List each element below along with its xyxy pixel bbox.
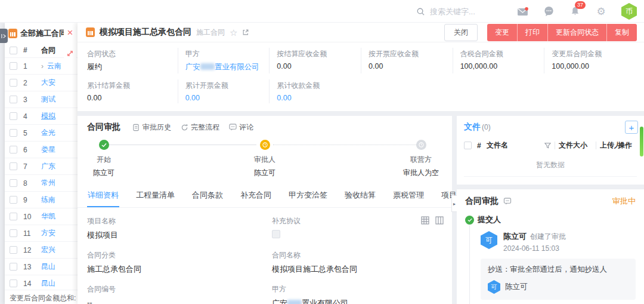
notifications-bell-icon[interactable]: 37 [569, 5, 581, 17]
list-item[interactable]: 7广东 [5, 158, 78, 175]
contract-link-active[interactable]: 模拟 [41, 111, 55, 121]
row-checkbox[interactable] [10, 179, 17, 187]
party-a-link[interactable]: 广安置业有限公司 [185, 62, 266, 72]
close-icon[interactable]: × [67, 27, 73, 38]
settings-gear-icon[interactable]: ⚙ [595, 5, 607, 17]
row-checkbox[interactable] [10, 96, 17, 103]
chevron-right-icon[interactable]: › [41, 62, 47, 70]
total-invoiced-link[interactable]: 0.00 [185, 94, 266, 102]
row-checkbox[interactable] [10, 129, 17, 137]
global-search[interactable] [416, 0, 507, 23]
expand-icon[interactable] [66, 50, 74, 57]
row-checkbox[interactable] [10, 263, 17, 271]
tab-supplement-contract[interactable]: 补充合同 [240, 185, 272, 207]
search-input[interactable] [430, 7, 507, 16]
comment-icon[interactable] [503, 198, 512, 205]
field-contract-category: 合同分类施工总承包合同 [87, 250, 272, 275]
field-party-a: 甲方广安置业有限公司 [178, 48, 270, 73]
row-checkbox[interactable] [10, 112, 17, 120]
list-item[interactable]: 11方安 [5, 225, 78, 242]
sidebar-collapse-handle[interactable] [0, 29, 8, 43]
approval-history-link[interactable]: 审批历史 [132, 122, 171, 133]
contract-link[interactable]: 常州 [41, 178, 55, 188]
row-checkbox[interactable] [10, 229, 17, 237]
contract-link[interactable]: 金光 [41, 128, 55, 138]
panel-collapse-handle[interactable]: ▸ [451, 195, 457, 212]
row-checkbox[interactable] [10, 196, 17, 204]
list-item[interactable]: 3测试 [5, 91, 78, 108]
contract-link[interactable]: 娄星 [41, 145, 55, 155]
list-item[interactable]: 5金光 [5, 125, 78, 142]
filter-funnel-icon[interactable] [544, 142, 551, 149]
list-item[interactable]: 6娄星 [5, 142, 78, 158]
close-button[interactable]: 关闭 [444, 24, 478, 41]
tab-boq[interactable]: 工程量清单 [135, 185, 175, 207]
scrollbar-thumb[interactable] [640, 127, 643, 156]
grid-view-icon[interactable] [421, 216, 429, 225]
contract-link[interactable]: 昆山 [41, 262, 55, 272]
panel-tools: × [64, 25, 76, 60]
row-checkbox[interactable] [10, 146, 17, 153]
contract-link[interactable]: 云南 [47, 61, 61, 71]
contract-link[interactable]: 练南 [41, 195, 55, 205]
tab-acceptance-settlement[interactable]: 验收结算 [344, 185, 376, 207]
change-button[interactable]: 变更 [487, 24, 518, 41]
row-checkbox[interactable] [10, 162, 17, 170]
copy-button[interactable]: 复制 [607, 24, 637, 41]
detail-form: 项目名称模拟项目 补充协议 合同分类施工总承包合同 合同名称模拟项目施工总承包合… [78, 208, 452, 304]
print-button[interactable]: 打印 [518, 24, 548, 41]
external-link-icon[interactable] [242, 29, 249, 36]
supplement-checkbox[interactable] [272, 230, 280, 238]
tab-invoice-tax[interactable]: 票税管理 [392, 185, 425, 207]
row-checkbox[interactable] [10, 79, 17, 87]
tab-contract-terms[interactable]: 合同条款 [191, 185, 224, 207]
contract-link[interactable]: 广东 [41, 161, 55, 171]
mail-icon[interactable] [516, 5, 528, 17]
detail-tabs: 详细资料 工程量清单 合同条款 补充合同 甲方变洽签 验收结算 票税管理 项目收… [78, 185, 452, 208]
column-view-icon[interactable] [435, 216, 444, 225]
files-select-all-checkbox[interactable] [464, 142, 472, 149]
list-item[interactable]: 9练南 [5, 192, 78, 208]
add-file-button[interactable]: + [625, 121, 638, 134]
list-item[interactable]: 2大安 [5, 75, 78, 91]
contract-link[interactable]: 大安 [41, 78, 55, 88]
list-item[interactable]: 8常州 [5, 175, 78, 192]
list-item[interactable]: 4模拟 [5, 108, 78, 125]
list-summary-footer: 变更后合同金额总和: [5, 290, 78, 304]
contract-link[interactable]: 方安 [41, 228, 55, 238]
total-received-link[interactable]: 0.00 [277, 94, 357, 102]
favorite-star-icon[interactable]: ☆ [230, 28, 237, 37]
approval-stepper: 开始 陈立可 审批人 陈立可 联营方 审批人为空 [87, 140, 442, 177]
field-amount-after-change: 变更后合同金额100,000.00 [544, 48, 636, 73]
list-item[interactable]: 10华凯 [5, 208, 78, 225]
row-checkbox[interactable] [10, 246, 17, 254]
tab-party-a-change[interactable]: 甲方变洽签 [288, 185, 328, 207]
list-item[interactable]: 1›云南 [5, 58, 78, 75]
user-avatar[interactable]: 币 [621, 3, 637, 20]
contract-link[interactable]: 华凯 [41, 211, 55, 222]
list-item[interactable]: 12宏兴 [5, 242, 78, 259]
cc-person-name: 陈立可 [505, 282, 528, 292]
contract-link[interactable]: 宏兴 [41, 245, 55, 255]
col-index: # [477, 142, 487, 150]
tab-detail-info[interactable]: 详细资料 [87, 185, 119, 207]
full-process-link[interactable]: 完整流程 [181, 122, 219, 133]
contract-link[interactable]: 测试 [41, 94, 55, 105]
redacted-text [287, 300, 302, 304]
row-checkbox[interactable] [10, 62, 17, 70]
project-link[interactable]: 模拟项目 [87, 230, 272, 241]
select-all-checkbox[interactable] [10, 47, 17, 54]
chat-icon[interactable] [543, 5, 555, 17]
action-button-group: 变更 打印 更新合同状态 复制 [487, 24, 637, 41]
detail-main-column: 合同审批 审批历史 完整流程 评论 [78, 116, 452, 304]
comment-link[interactable]: 评论 [229, 122, 253, 133]
party-a-link[interactable]: 广安置业有限公司 [272, 298, 442, 304]
update-status-button[interactable]: 更新合同状态 [548, 24, 607, 41]
files-header: 文件 (0) [464, 122, 637, 133]
creator-name: 陈立可 [503, 232, 527, 241]
row-checkbox[interactable] [10, 213, 17, 220]
detail-body: 合同审批 审批历史 完整流程 评论 [78, 116, 644, 304]
row-checkbox[interactable] [10, 280, 17, 287]
contract-link[interactable]: 昆山 [41, 278, 55, 288]
list-item[interactable]: 13昆山 [5, 259, 78, 275]
